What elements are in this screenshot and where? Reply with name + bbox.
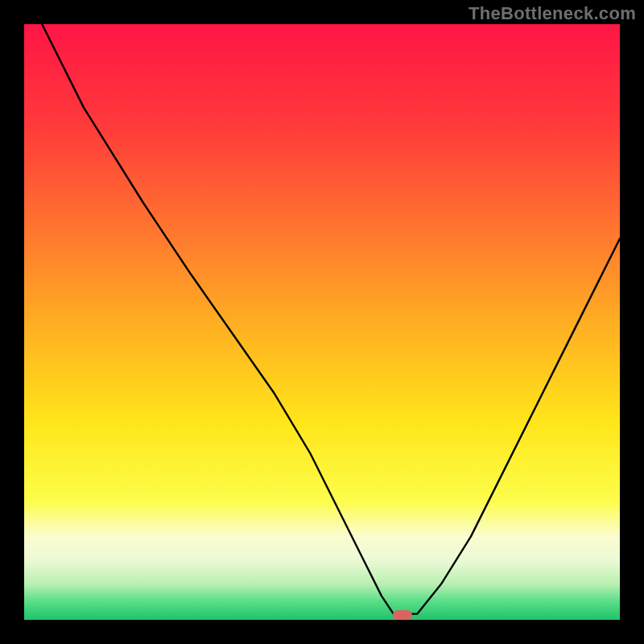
chart-svg xyxy=(24,24,620,620)
watermark-text: TheBottleneck.com xyxy=(469,3,636,24)
chart-frame: TheBottleneck.com xyxy=(0,0,644,644)
optimal-marker xyxy=(393,610,412,620)
gradient-rect xyxy=(24,24,620,620)
plot-area xyxy=(24,24,620,620)
